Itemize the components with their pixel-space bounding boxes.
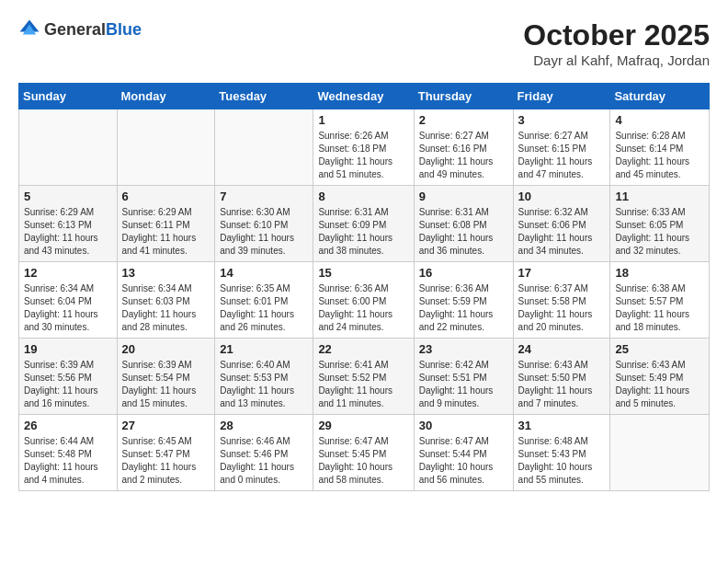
calendar-cell: 27Sunrise: 6:45 AM Sunset: 5:47 PM Dayli…: [117, 415, 215, 491]
logo-text-general: General: [44, 20, 106, 39]
day-info: Sunrise: 6:40 AM Sunset: 5:53 PM Dayligh…: [220, 359, 308, 410]
day-info: Sunrise: 6:36 AM Sunset: 6:00 PM Dayligh…: [318, 282, 408, 334]
calendar-cell: 10Sunrise: 6:32 AM Sunset: 6:06 PM Dayli…: [513, 186, 610, 262]
day-number: 20: [122, 342, 210, 356]
day-number: 23: [419, 342, 508, 356]
day-number: 18: [615, 266, 704, 280]
day-number: 2: [419, 113, 508, 127]
calendar-cell: 21Sunrise: 6:40 AM Sunset: 5:53 PM Dayli…: [215, 339, 313, 415]
calendar-cell: [215, 109, 313, 186]
calendar-cell: 3Sunrise: 6:27 AM Sunset: 6:15 PM Daylig…: [513, 109, 610, 186]
day-number: 8: [318, 190, 408, 203]
calendar-cell: 15Sunrise: 6:36 AM Sunset: 6:00 PM Dayli…: [313, 262, 414, 339]
day-number: 15: [318, 266, 408, 280]
day-number: 9: [419, 190, 508, 203]
calendar-cell: [610, 415, 710, 491]
day-info: Sunrise: 6:31 AM Sunset: 6:09 PM Dayligh…: [318, 206, 408, 258]
calendar-cell: 28Sunrise: 6:46 AM Sunset: 5:46 PM Dayli…: [215, 415, 313, 491]
calendar-cell: 7Sunrise: 6:30 AM Sunset: 6:10 PM Daylig…: [215, 186, 313, 262]
day-number: 5: [24, 190, 112, 203]
calendar-cell: 26Sunrise: 6:44 AM Sunset: 5:48 PM Dayli…: [19, 415, 118, 491]
calendar-cell: 30Sunrise: 6:47 AM Sunset: 5:44 PM Dayli…: [414, 415, 513, 491]
day-number: 16: [419, 266, 508, 280]
calendar-body: 1Sunrise: 6:26 AM Sunset: 6:18 PM Daylig…: [19, 109, 710, 491]
logo-icon: [18, 18, 40, 40]
day-number: 27: [122, 419, 210, 432]
calendar-cell: 13Sunrise: 6:34 AM Sunset: 6:03 PM Dayli…: [117, 262, 215, 339]
day-number: 25: [615, 342, 704, 356]
calendar-week-row: 5Sunrise: 6:29 AM Sunset: 6:13 PM Daylig…: [19, 186, 710, 262]
day-info: Sunrise: 6:38 AM Sunset: 5:57 PM Dayligh…: [615, 282, 704, 334]
calendar-week-row: 12Sunrise: 6:34 AM Sunset: 6:04 PM Dayli…: [19, 262, 710, 339]
day-number: 29: [318, 419, 408, 432]
calendar-cell: 25Sunrise: 6:43 AM Sunset: 5:49 PM Dayli…: [610, 339, 710, 415]
calendar-cell: 8Sunrise: 6:31 AM Sunset: 6:09 PM Daylig…: [313, 186, 414, 262]
day-number: 10: [518, 190, 606, 203]
day-info: Sunrise: 6:32 AM Sunset: 6:06 PM Dayligh…: [518, 206, 606, 258]
day-info: Sunrise: 6:33 AM Sunset: 6:05 PM Dayligh…: [615, 206, 704, 258]
calendar-cell: 31Sunrise: 6:48 AM Sunset: 5:43 PM Dayli…: [513, 415, 610, 491]
calendar-weekday-wednesday: Wednesday: [313, 84, 414, 109]
calendar-weekday-thursday: Thursday: [414, 84, 513, 109]
calendar-weekday-friday: Friday: [513, 84, 610, 109]
day-info: Sunrise: 6:47 AM Sunset: 5:44 PM Dayligh…: [419, 435, 508, 487]
day-info: Sunrise: 6:35 AM Sunset: 6:01 PM Dayligh…: [220, 282, 308, 334]
day-info: Sunrise: 6:28 AM Sunset: 6:14 PM Dayligh…: [615, 130, 704, 181]
calendar-weekday-tuesday: Tuesday: [215, 84, 313, 109]
day-number: 17: [518, 266, 606, 280]
calendar-cell: 29Sunrise: 6:47 AM Sunset: 5:45 PM Dayli…: [313, 415, 414, 491]
day-number: 14: [220, 266, 308, 280]
day-info: Sunrise: 6:37 AM Sunset: 5:58 PM Dayligh…: [518, 282, 606, 334]
calendar-week-row: 26Sunrise: 6:44 AM Sunset: 5:48 PM Dayli…: [19, 415, 710, 491]
day-info: Sunrise: 6:29 AM Sunset: 6:11 PM Dayligh…: [122, 206, 210, 258]
logo: GeneralBlue: [18, 18, 142, 40]
calendar-cell: 6Sunrise: 6:29 AM Sunset: 6:11 PM Daylig…: [117, 186, 215, 262]
day-info: Sunrise: 6:44 AM Sunset: 5:48 PM Dayligh…: [24, 435, 112, 487]
day-info: Sunrise: 6:31 AM Sunset: 6:08 PM Dayligh…: [419, 206, 508, 258]
calendar-cell: 2Sunrise: 6:27 AM Sunset: 6:16 PM Daylig…: [414, 109, 513, 186]
calendar-cell: 24Sunrise: 6:43 AM Sunset: 5:50 PM Dayli…: [513, 339, 610, 415]
day-number: 19: [24, 342, 112, 356]
day-number: 6: [122, 190, 210, 203]
calendar-cell: 11Sunrise: 6:33 AM Sunset: 6:05 PM Dayli…: [610, 186, 710, 262]
day-info: Sunrise: 6:29 AM Sunset: 6:13 PM Dayligh…: [24, 206, 112, 258]
calendar-cell: 12Sunrise: 6:34 AM Sunset: 6:04 PM Dayli…: [19, 262, 118, 339]
day-info: Sunrise: 6:34 AM Sunset: 6:03 PM Dayligh…: [122, 282, 210, 334]
location: Dayr al Kahf, Mafraq, Jordan: [523, 52, 710, 68]
calendar-cell: [117, 109, 215, 186]
day-info: Sunrise: 6:43 AM Sunset: 5:49 PM Dayligh…: [615, 359, 704, 410]
day-info: Sunrise: 6:39 AM Sunset: 5:54 PM Dayligh…: [122, 359, 210, 410]
calendar-cell: 18Sunrise: 6:38 AM Sunset: 5:57 PM Dayli…: [610, 262, 710, 339]
day-number: 31: [518, 419, 606, 432]
month-title: October 2025: [523, 18, 710, 52]
day-info: Sunrise: 6:45 AM Sunset: 5:47 PM Dayligh…: [122, 435, 210, 487]
day-info: Sunrise: 6:30 AM Sunset: 6:10 PM Dayligh…: [220, 206, 308, 258]
day-info: Sunrise: 6:27 AM Sunset: 6:16 PM Dayligh…: [419, 130, 508, 181]
day-number: 12: [24, 266, 112, 280]
calendar-weekday-monday: Monday: [117, 84, 215, 109]
calendar-cell: 23Sunrise: 6:42 AM Sunset: 5:51 PM Dayli…: [414, 339, 513, 415]
calendar-cell: 22Sunrise: 6:41 AM Sunset: 5:52 PM Dayli…: [313, 339, 414, 415]
day-info: Sunrise: 6:27 AM Sunset: 6:15 PM Dayligh…: [518, 130, 606, 181]
page-header: GeneralBlue October 2025 Dayr al Kahf, M…: [18, 18, 710, 68]
calendar-table: SundayMondayTuesdayWednesdayThursdayFrid…: [18, 83, 710, 491]
logo-text-blue: Blue: [106, 20, 142, 39]
day-number: 11: [615, 190, 704, 203]
calendar-weekday-sunday: Sunday: [19, 84, 118, 109]
calendar-cell: 16Sunrise: 6:36 AM Sunset: 5:59 PM Dayli…: [414, 262, 513, 339]
calendar-header-row: SundayMondayTuesdayWednesdayThursdayFrid…: [19, 84, 710, 109]
day-number: 7: [220, 190, 308, 203]
day-number: 1: [318, 113, 408, 127]
day-number: 3: [518, 113, 606, 127]
day-number: 26: [24, 419, 112, 432]
day-info: Sunrise: 6:26 AM Sunset: 6:18 PM Dayligh…: [318, 130, 408, 181]
day-info: Sunrise: 6:48 AM Sunset: 5:43 PM Dayligh…: [518, 435, 606, 487]
calendar-cell: 17Sunrise: 6:37 AM Sunset: 5:58 PM Dayli…: [513, 262, 610, 339]
day-info: Sunrise: 6:46 AM Sunset: 5:46 PM Dayligh…: [220, 435, 308, 487]
calendar-cell: 20Sunrise: 6:39 AM Sunset: 5:54 PM Dayli…: [117, 339, 215, 415]
day-number: 24: [518, 342, 606, 356]
calendar-cell: 1Sunrise: 6:26 AM Sunset: 6:18 PM Daylig…: [313, 109, 414, 186]
title-block: October 2025 Dayr al Kahf, Mafraq, Jorda…: [523, 18, 710, 68]
calendar-weekday-saturday: Saturday: [610, 84, 710, 109]
day-number: 4: [615, 113, 704, 127]
